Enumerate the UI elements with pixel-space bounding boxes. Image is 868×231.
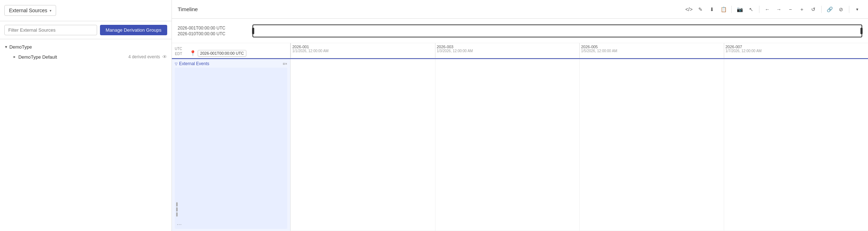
timeline-data-area	[291, 59, 868, 231]
left-toolbar: Manage Derivation Groups	[0, 21, 172, 39]
tree-child-label: DemoType Default	[18, 54, 57, 60]
time-range-row: 2026-001T00:00:00 UTC 2026-010T00:00:00 …	[172, 19, 868, 43]
data-cell-1	[435, 59, 580, 231]
row-line-3	[176, 212, 178, 217]
filter-icon[interactable]: ⊘	[836, 4, 846, 14]
zoom-out-icon[interactable]: −	[785, 4, 795, 14]
code-icon[interactable]: </>	[684, 4, 694, 14]
data-cell-3	[724, 59, 868, 231]
edt-label: EDT	[175, 51, 182, 56]
range-right-handle[interactable]	[860, 28, 863, 34]
ruler-tick-top-1: 2026-003	[437, 45, 578, 49]
toolbar-separator-4	[849, 6, 849, 13]
arrow-right-icon[interactable]: →	[774, 4, 784, 14]
zoom-in-icon[interactable]: +	[797, 4, 807, 14]
visibility-icon[interactable]: 👁	[162, 54, 167, 60]
undo-icon[interactable]: ↺	[808, 4, 818, 14]
row-line-2	[176, 207, 178, 212]
left-panel: External Sources ▾ Manage Derivation Gro…	[0, 0, 172, 231]
timeline-ruler: UTC EDT 📍 2026-001T00:00:00 UTC 2026-001…	[172, 43, 868, 58]
time-end-label: 2026-010T00:00:00 UTC	[178, 31, 250, 36]
ruler-utc-edt: UTC EDT	[175, 46, 182, 56]
camera-icon[interactable]: 📷	[735, 4, 745, 14]
edit-icon[interactable]: ✎	[695, 4, 705, 14]
row-label-text: External Events	[179, 61, 209, 66]
link-icon[interactable]: 🔗	[824, 4, 835, 14]
row-expand-arrow[interactable]: ▽	[175, 62, 178, 66]
right-panel: Timeline </> ✎ ⬇ 📋 📷 ↖ ← → − + ↺ 🔗 ⊘ ▾	[172, 0, 868, 231]
ruler-tick-1: 2026-003 1/3/2026, 12:00:00 AM	[435, 43, 580, 58]
left-header: External Sources ▾	[0, 0, 172, 21]
ruler-tick-bottom-2: 1/5/2026, 12:00:00 AM	[581, 49, 722, 53]
timeline-header: Timeline </> ✎ ⬇ 📋 📷 ↖ ← → − + ↺ 🔗 ⊘ ▾	[172, 0, 868, 19]
row-label-lines	[175, 201, 179, 218]
download-icon[interactable]: ⬇	[707, 4, 717, 14]
row-line-1	[176, 202, 178, 207]
timeline-content: ▽ External Events ≡× ...	[172, 58, 868, 231]
ruler-tick-top-3: 2026-007	[726, 45, 867, 49]
ruler-tick-top-0: 2026-001	[292, 45, 434, 49]
tree-container: ▼ DemoType ► DemoType Default 4 derived …	[0, 39, 172, 231]
ruler-right: 2026-001 1/1/2026, 12:00:00 AM 2026-003 …	[291, 43, 868, 58]
data-cell-0	[291, 59, 435, 231]
time-start-label: 2026-001T00:00:00 UTC	[178, 26, 250, 31]
external-sources-label: External Sources	[9, 8, 47, 13]
filter-clear-icon[interactable]: ≡×	[283, 62, 287, 66]
clipboard-icon[interactable]: 📋	[718, 4, 728, 14]
expand-chevron-icon[interactable]: ▾	[852, 4, 862, 14]
toolbar-separator-2	[759, 6, 759, 13]
ruler-tick-2: 2026-005 1/5/2026, 12:00:00 AM	[579, 43, 724, 58]
ruler-tick-3: 2026-007 1/7/2026, 12:00:00 AM	[724, 43, 868, 58]
time-labels: 2026-001T00:00:00 UTC 2026-010T00:00:00 …	[178, 21, 250, 41]
row-label-area: ▽ External Events ≡× ...	[172, 59, 291, 231]
timeline-toolbar: </> ✎ ⬇ 📋 📷 ↖ ← → − + ↺ 🔗 ⊘ ▾	[684, 4, 862, 14]
ruler-left: UTC EDT 📍 2026-001T00:00:00 UTC	[172, 43, 291, 58]
toolbar-separator-3	[821, 6, 822, 13]
row-label-dots[interactable]: ...	[177, 221, 182, 226]
ruler-tick-top-2: 2026-005	[581, 45, 722, 49]
ruler-tick-bottom-0: 1/1/2026, 12:00:00 AM	[292, 49, 434, 53]
cursor-time-label: 2026-001T00:00:00 UTC	[198, 50, 247, 56]
tree-child-demotype-default[interactable]: ► DemoType Default 4 derived events 👁	[0, 52, 172, 62]
toolbar-separator-1	[731, 6, 732, 13]
row-label-header: ▽ External Events ≡×	[175, 61, 287, 66]
tree-root-label: DemoType	[9, 44, 32, 50]
ruler-tick-0: 2026-001 1/1/2026, 12:00:00 AM	[291, 43, 435, 58]
ruler-tick-bottom-3: 1/7/2026, 12:00:00 AM	[726, 49, 867, 53]
arrow-left-icon[interactable]: ←	[762, 4, 772, 14]
tree-root-arrow: ▼	[4, 45, 8, 49]
range-left-handle[interactable]	[252, 28, 254, 34]
filter-external-sources-input[interactable]	[4, 25, 97, 35]
tree-root-demotype[interactable]: ▼ DemoType	[0, 42, 172, 52]
utc-label: UTC	[175, 46, 182, 51]
external-sources-button[interactable]: External Sources ▾	[4, 5, 56, 16]
manage-derivation-groups-button[interactable]: Manage Derivation Groups	[100, 25, 167, 35]
row-label-content: ...	[175, 68, 287, 229]
data-cell-2	[579, 59, 724, 231]
timeline-title: Timeline	[178, 6, 198, 12]
cursor-select-icon[interactable]: ↖	[746, 4, 756, 14]
cursor-indicator: 📍 2026-001T00:00:00 UTC	[189, 50, 247, 56]
time-range-bar[interactable]	[252, 24, 862, 37]
cursor-pin-icon: 📍	[189, 50, 196, 56]
tree-child-arrow: ►	[13, 55, 16, 59]
ruler-tick-bottom-1: 1/3/2026, 12:00:00 AM	[437, 49, 578, 53]
chevron-down-icon: ▾	[50, 9, 51, 13]
derived-events-count: 4 derived events	[128, 54, 160, 59]
